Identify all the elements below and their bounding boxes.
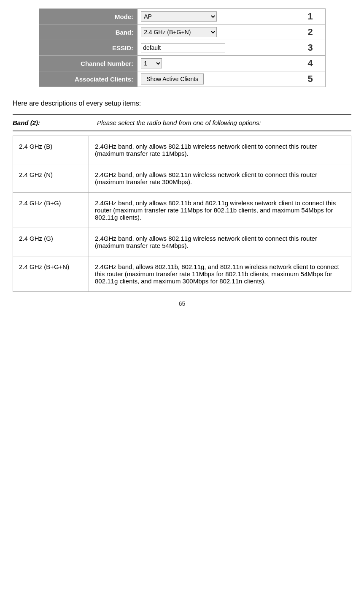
option-row-0: 2.4 GHz (B)2.4GHz band, only allows 802.… — [13, 136, 351, 164]
band-header-row: Band (2): Please select the radio band f… — [13, 119, 351, 131]
band-input-cell: 2.4 GHz (B+G+N) 2.4 GHz (B) 2.4 GHz (G) … — [138, 24, 296, 40]
options-table: 2.4 GHz (B)2.4GHz band, only allows 802.… — [13, 136, 351, 292]
channel-wrap: 1234 5678 91011 — [141, 58, 292, 68]
option-desc-3: 2.4GHz band, only allows 802.11g wireles… — [89, 228, 351, 256]
option-desc-4: 2.4GHz band, allows 802.11b, 802.11g, an… — [89, 256, 351, 292]
clients-label: Associated Clients: — [39, 71, 138, 87]
channel-select[interactable]: 1234 5678 91011 — [141, 58, 162, 68]
band-number: 2 — [296, 24, 325, 40]
mode-input-cell: AP — [138, 9, 296, 24]
option-desc-1: 2.4GHz band, only allows 802.11n wireles… — [89, 164, 351, 193]
page-number: 65 — [8, 300, 356, 307]
band-header-label: Band (2): — [13, 119, 97, 126]
band-row: Band: 2.4 GHz (B+G+N) 2.4 GHz (B) 2.4 GH… — [39, 24, 325, 40]
essid-input-cell — [138, 40, 296, 56]
channel-input-cell: 1234 5678 91011 — [138, 56, 296, 71]
essid-label: ESSID: — [39, 40, 138, 56]
config-form-table: Mode: AP 1 Band: 2.4 GHz (B+G+N) 2.4 GHz… — [39, 8, 326, 87]
option-row-4: 2.4 GHz (B+G+N)2.4GHz band, allows 802.1… — [13, 256, 351, 292]
clients-row: Associated Clients: Show Active Clients … — [39, 71, 325, 87]
option-name-2: 2.4 GHz (B+G) — [13, 193, 89, 228]
band-label: Band: — [39, 24, 138, 40]
option-name-1: 2.4 GHz (N) — [13, 164, 89, 193]
show-active-clients-button[interactable]: Show Active Clients — [141, 73, 204, 84]
option-row-2: 2.4 GHz (B+G)2.4GHz band, only allows 80… — [13, 193, 351, 228]
option-name-4: 2.4 GHz (B+G+N) — [13, 256, 89, 292]
channel-number: 4 — [296, 56, 325, 71]
channel-row: Channel Number: 1234 5678 91011 4 — [39, 56, 325, 71]
option-row-3: 2.4 GHz (G)2.4GHz band, only allows 802.… — [13, 228, 351, 256]
section-divider — [13, 114, 351, 115]
mode-row: Mode: AP 1 — [39, 9, 325, 24]
essid-input[interactable] — [141, 43, 225, 52]
option-name-3: 2.4 GHz (G) — [13, 228, 89, 256]
mode-number: 1 — [296, 9, 325, 24]
band-header-description: Please select the radio band from one of… — [97, 119, 351, 126]
description-section: Here are descriptions of every setup ite… — [13, 100, 351, 292]
essid-number: 3 — [296, 40, 325, 56]
option-name-0: 2.4 GHz (B) — [13, 136, 89, 164]
clients-input-cell: Show Active Clients — [138, 71, 296, 87]
option-desc-2: 2.4GHz band, only allows 802.11b and 802… — [89, 193, 351, 228]
band-select[interactable]: 2.4 GHz (B+G+N) 2.4 GHz (B) 2.4 GHz (G) … — [141, 27, 217, 37]
desc-intro-text: Here are descriptions of every setup ite… — [13, 100, 351, 107]
mode-label: Mode: — [39, 9, 138, 24]
option-desc-0: 2.4GHz band, only allows 802.11b wireles… — [89, 136, 351, 164]
channel-label: Channel Number: — [39, 56, 138, 71]
essid-row: ESSID: 3 — [39, 40, 325, 56]
option-row-1: 2.4 GHz (N)2.4GHz band, only allows 802.… — [13, 164, 351, 193]
mode-select[interactable]: AP — [141, 11, 217, 22]
clients-number: 5 — [296, 71, 325, 87]
